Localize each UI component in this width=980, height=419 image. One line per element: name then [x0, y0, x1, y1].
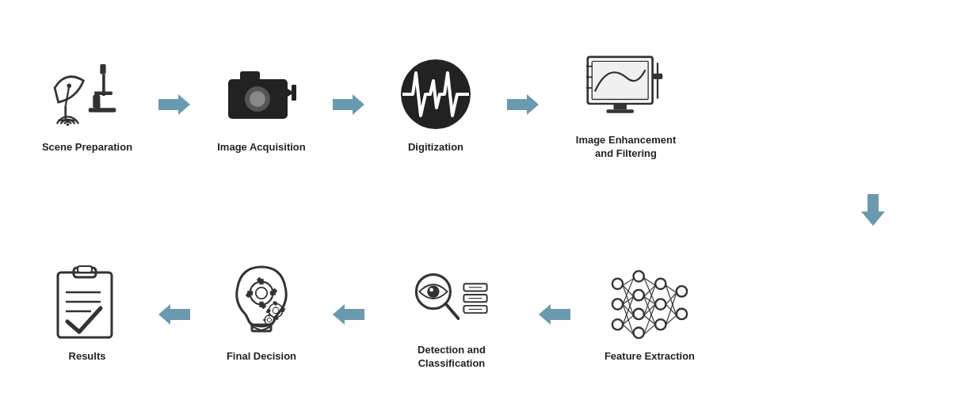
step-digitization: Digitization	[372, 55, 499, 154]
svg-rect-66	[263, 319, 265, 321]
row-2: Results	[24, 226, 956, 404]
svg-point-84	[634, 290, 644, 300]
svg-point-88	[655, 299, 665, 309]
svg-rect-64	[269, 314, 270, 316]
svg-point-90	[677, 286, 687, 296]
svg-point-82	[612, 319, 623, 329]
arrow-digitization-to-enhancement	[499, 93, 547, 116]
svg-point-63	[267, 318, 271, 322]
svg-rect-24	[606, 110, 634, 114]
arrow-feature-to-detection	[531, 303, 578, 326]
svg-point-89	[655, 319, 665, 329]
digitization-icon	[396, 55, 475, 135]
arrow-scene-to-acquisition	[151, 93, 198, 116]
results-icon	[48, 265, 127, 344]
scene-preparation-label: Scene Preparation	[42, 141, 132, 154]
svg-point-80	[612, 278, 623, 288]
svg-rect-23	[614, 104, 627, 109]
image-acquisition-label: Image Acquisition	[217, 141, 305, 154]
results-label: Results	[69, 350, 106, 364]
svg-rect-67	[273, 319, 276, 321]
svg-point-87	[655, 278, 665, 288]
scene-preparation-icon	[48, 55, 127, 135]
svg-point-14	[250, 91, 265, 107]
feature-extraction-label: Feature Extraction	[604, 350, 695, 364]
row-1: Scene Preparation Image Acquisition	[24, 16, 956, 194]
svg-rect-6	[94, 91, 112, 95]
svg-point-62	[265, 315, 274, 325]
svg-point-3	[67, 83, 71, 87]
svg-rect-32	[654, 74, 663, 79]
svg-point-86	[634, 327, 644, 337]
svg-point-91	[677, 309, 687, 319]
arrow-decision-to-results	[151, 303, 198, 326]
svg-marker-40	[158, 304, 190, 325]
svg-point-43	[256, 288, 267, 299]
svg-rect-9	[95, 103, 100, 110]
svg-marker-68	[333, 304, 364, 325]
detection-classification-icon	[412, 258, 491, 337]
svg-marker-11	[158, 94, 190, 115]
svg-point-71	[427, 286, 439, 298]
row-connector-down	[24, 194, 956, 226]
svg-rect-15	[240, 71, 260, 81]
image-acquisition-icon	[222, 55, 301, 135]
step-detection-classification: Detection and Classification	[372, 258, 531, 371]
image-enhancement-label: Image Enhancement and Filtering	[576, 134, 676, 161]
svg-rect-65	[269, 323, 270, 326]
svg-point-10	[67, 123, 70, 126]
svg-point-53	[273, 307, 279, 314]
svg-rect-36	[78, 266, 92, 272]
svg-marker-18	[333, 94, 364, 115]
svg-point-83	[634, 271, 644, 281]
step-scene-preparation: Scene Preparation	[24, 55, 151, 154]
svg-marker-20	[507, 94, 539, 115]
final-decision-icon	[222, 265, 301, 344]
svg-marker-79	[539, 304, 570, 325]
step-feature-extraction: Feature Extraction	[578, 265, 721, 364]
step-image-acquisition: Image Acquisition	[198, 55, 325, 154]
feature-extraction-icon	[610, 265, 689, 344]
svg-line-70	[447, 305, 459, 318]
svg-rect-4	[100, 64, 105, 74]
svg-line-2	[66, 86, 70, 106]
svg-rect-17	[292, 85, 296, 101]
svg-line-113	[665, 285, 676, 315]
svg-rect-8	[89, 108, 116, 112]
digitization-label: Digitization	[408, 141, 463, 154]
svg-point-85	[634, 309, 644, 319]
final-decision-label: Final Decision	[227, 350, 296, 364]
svg-point-42	[250, 281, 273, 304]
image-enhancement-icon	[586, 48, 665, 128]
svg-marker-33	[861, 194, 885, 226]
step-final-decision: Final Decision	[198, 265, 325, 364]
arrow-detection-to-decision	[325, 303, 372, 326]
arrow-acquisition-to-digitization	[325, 93, 372, 116]
step-image-enhancement: Image Enhancement and Filtering	[547, 48, 705, 161]
svg-point-72	[429, 288, 433, 292]
svg-point-81	[612, 299, 623, 309]
step-results: Results	[24, 265, 151, 364]
detection-classification-label: Detection and Classification	[418, 344, 486, 371]
